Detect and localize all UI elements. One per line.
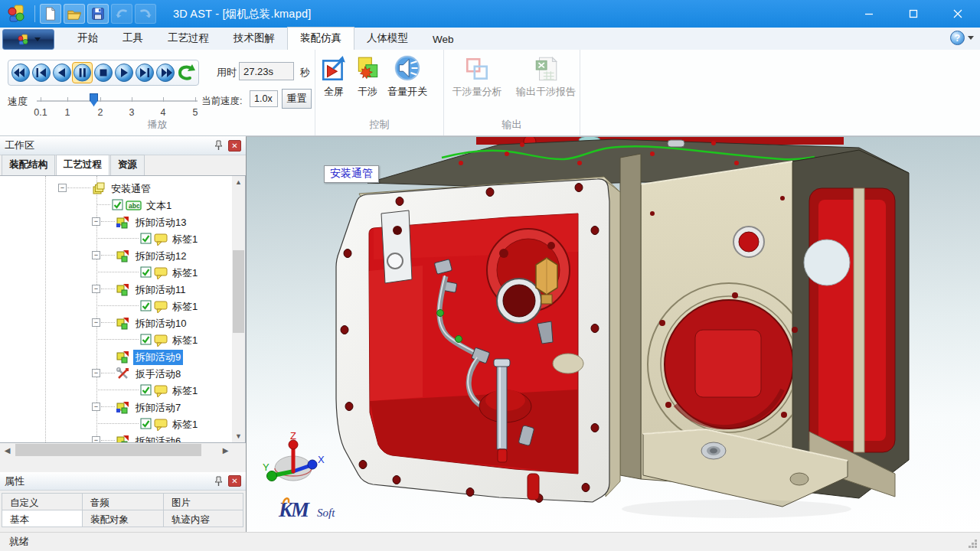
tree-checkbox[interactable] [140,418,152,429]
tab-assembly-simulation[interactable]: 装配仿真 [287,27,354,50]
tree-checkbox[interactable] [140,266,152,278]
new-file-button[interactable] [40,4,61,24]
tree-item[interactable]: −拆卸活动6 [0,432,246,443]
tree-checkbox[interactable] [140,300,152,311]
tree-horizontal-scrollbar[interactable]: ◀ ▶ [1,443,232,457]
undo-button[interactable] [111,4,132,24]
current-speed-field[interactable] [250,90,278,107]
speed-slider-thumb[interactable] [90,93,98,106]
play-reverse-button[interactable] [51,62,72,83]
step-forward-button[interactable] [134,62,155,83]
tree-item[interactable]: −拆卸活动10 [0,315,246,331]
tree-vertical-scrollbar[interactable]: ▲ ▼ [232,176,245,442]
tree-item-label[interactable]: 标签1 [170,299,200,315]
application-menu-button[interactable] [2,29,54,50]
pause-button[interactable] [72,62,93,83]
fullscreen-button[interactable]: 全屏 [320,50,348,99]
scroll-right-arrow[interactable]: ▶ [219,443,232,457]
rewind-button[interactable] [10,62,31,83]
tree-checkbox[interactable] [140,334,152,345]
tree-item[interactable]: 标签1 [0,264,246,281]
tab-technical-illustration[interactable]: 技术图解 [221,28,287,50]
tree-item[interactable]: 拆卸活动9 [0,348,246,365]
workspace-close-icon[interactable]: ✕ [228,140,241,152]
tree-item[interactable]: 标签1 [0,331,246,348]
tree-item-label[interactable]: 扳手活动8 [133,367,183,382]
tree-expander[interactable]: − [92,436,100,443]
tree-item-label[interactable]: 拆卸活动6 [133,434,183,443]
scroll-down-arrow[interactable]: ▼ [232,430,245,442]
resize-grip[interactable] [968,539,978,549]
loop-button[interactable] [175,62,196,83]
properties-tab-2[interactable]: 图片 [163,493,243,510]
output-report-button[interactable]: 输出干涉报告 [510,50,582,99]
minimize-button[interactable] [847,0,891,28]
tree-item-label[interactable]: 拆卸活动13 [133,215,188,230]
tree-item[interactable]: −拆卸活动7 [0,399,246,416]
viewport-3d[interactable]: 安装通管 Z X Y KM Soft [246,136,980,532]
tree-expander[interactable]: − [92,251,100,259]
properties-tab-5[interactable]: 轨迹内容 [163,510,243,527]
tree-item-label[interactable]: 拆卸活动11 [133,282,188,298]
elapsed-time-field[interactable] [239,62,294,80]
tree-checkbox[interactable] [140,233,152,244]
play-button[interactable] [113,62,134,83]
tree-expander[interactable]: − [92,369,100,377]
tree-item[interactable]: 标签1 [0,298,246,315]
tree-item[interactable]: −扳手活动8 [0,365,246,382]
redo-button[interactable] [135,4,156,24]
tree-expander[interactable]: − [92,217,100,226]
tree-item-label[interactable]: 标签1 [170,417,200,432]
tree-item[interactable]: 标签1 [0,382,246,399]
save-button[interactable] [87,4,109,24]
tab-process[interactable]: 工艺过程 [155,28,221,50]
interference-analysis-button[interactable]: 干涉量分析 [446,50,508,99]
tab-web[interactable]: Web [420,30,466,50]
interference-button[interactable]: 干涉 [354,50,381,99]
tree-expander[interactable]: − [58,184,67,192]
tree-item[interactable]: −拆卸活动12 [0,247,246,264]
close-button[interactable] [936,0,980,28]
tree-item-label[interactable]: 拆卸活动9 [133,350,183,365]
tree-item-label[interactable]: 拆卸活动7 [133,400,183,416]
tree-item-label[interactable]: 标签1 [170,383,200,399]
pin-icon[interactable] [214,476,224,487]
vertical-scroll-thumb[interactable] [233,250,244,333]
tab-start[interactable]: 开始 [65,28,110,50]
pin-icon[interactable] [214,140,224,151]
tree-item-label[interactable]: 标签1 [170,333,200,348]
tree-expander[interactable]: − [92,318,100,327]
speed-slider-track[interactable] [37,100,198,102]
properties-tab-4[interactable]: 装配对象 [82,510,164,527]
tree-checkbox[interactable] [140,384,152,396]
tree-item-label[interactable]: 拆卸活动12 [133,249,188,264]
stop-button[interactable] [93,62,113,83]
tree-item[interactable]: −拆卸活动11 [0,281,246,298]
scroll-up-arrow[interactable]: ▲ [232,176,245,188]
volume-toggle-button[interactable]: 音量开关 [387,50,427,99]
tab-process-tree[interactable]: 工艺过程 [56,155,109,176]
properties-tab-0[interactable]: 自定义 [2,493,83,510]
tree-item[interactable]: abc文本1 [0,197,246,214]
step-back-button[interactable] [31,62,51,83]
properties-close-icon[interactable]: ✕ [228,475,241,487]
fast-forward-button[interactable] [155,62,175,83]
horizontal-scroll-thumb[interactable] [15,444,201,456]
maximize-button[interactable] [891,0,936,28]
tree-item-label[interactable]: 标签1 [170,266,200,281]
tab-resources[interactable]: 资源 [110,155,145,175]
scroll-left-arrow[interactable]: ◀ [1,443,14,457]
tree-expander[interactable]: − [92,403,100,411]
properties-tab-1[interactable]: 音频 [82,493,164,510]
tree-expander[interactable]: − [92,285,100,293]
tree-item-label[interactable]: 拆卸活动10 [133,316,188,331]
tree-item-label[interactable]: 安装通管 [109,181,153,197]
tree-item[interactable]: −安装通管 [0,180,246,197]
tab-tools[interactable]: 工具 [110,28,155,50]
tab-assembly-structure[interactable]: 装配结构 [2,155,55,175]
tree-item[interactable]: 标签1 [0,416,246,432]
tree-item-label[interactable]: 标签1 [170,232,200,247]
tree-item[interactable]: 标签1 [0,230,246,247]
help-button[interactable]: ? [950,31,965,45]
tree-item[interactable]: −拆卸活动13 [0,214,246,230]
